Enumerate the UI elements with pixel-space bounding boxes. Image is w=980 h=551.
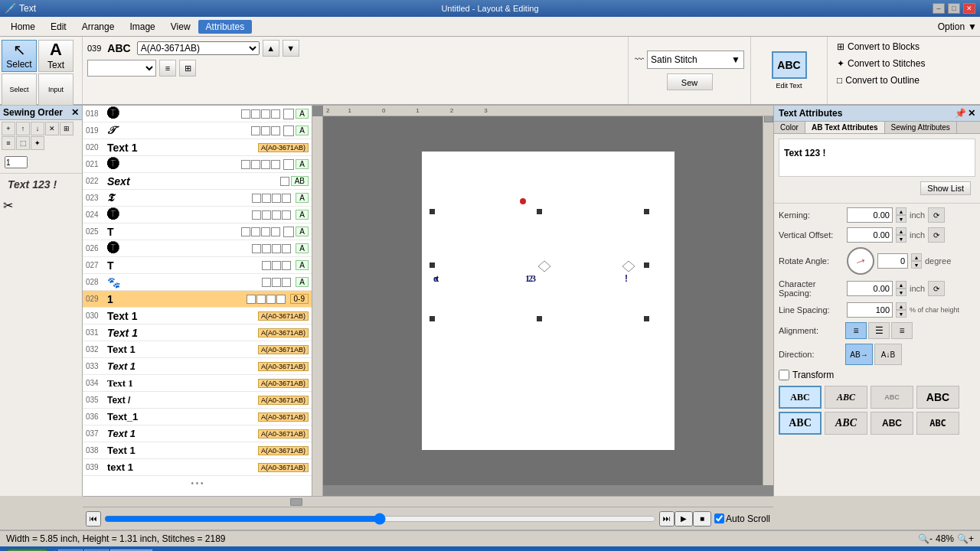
kerning-down[interactable]: ▼: [896, 215, 906, 223]
menu-edit[interactable]: Edit: [43, 20, 74, 34]
font-row-038[interactable]: 038 Text 1 A(A0-3671AB): [83, 442, 312, 459]
panel-close-icon[interactable]: ✕: [71, 107, 79, 118]
text-style-select[interactable]: [87, 60, 156, 77]
font-list-panel[interactable]: 018 🅣 A 019 𝒯 A 020 Text 1 A(A0-3671AB) …: [83, 106, 312, 496]
font-row-033[interactable]: 033 Text 1 A(A0-3671AB): [83, 358, 312, 375]
tab-sewing-attributes[interactable]: Sewing Attributes: [885, 122, 957, 133]
font-row-030[interactable]: 030 Text 1 A(A0-3671AB): [83, 308, 312, 324]
playback-play[interactable]: ▶: [675, 511, 693, 527]
panel-pin-icon[interactable]: 📌: [955, 108, 966, 119]
auto-scroll-checkbox[interactable]: [714, 514, 724, 523]
convert-to-blocks-btn[interactable]: ⊞ Convert to Blocks: [834, 40, 974, 54]
panel-tool-1[interactable]: +: [2, 122, 15, 135]
menu-attributes[interactable]: Attributes: [198, 20, 253, 34]
font-row-023[interactable]: 023 𝕿 A: [83, 190, 312, 207]
panel-close-btn[interactable]: ✕: [968, 108, 975, 119]
select-input-tool[interactable]: Select: [2, 73, 37, 106]
rotate-input[interactable]: [877, 253, 908, 269]
convert-to-outline-btn[interactable]: □ Convert to Outline: [834, 73, 974, 87]
font-row-029[interactable]: 029 1 0-9: [83, 291, 312, 308]
font-scroll-up[interactable]: ▲: [263, 40, 279, 57]
zoom-in-icon[interactable]: 🔍+: [957, 533, 974, 544]
char-spacing-spin[interactable]: ▲ ▼: [896, 281, 906, 296]
abc-style-5[interactable]: ABC: [779, 412, 822, 435]
direction-horizontal-btn[interactable]: AB→: [845, 344, 873, 365]
font-row-036[interactable]: 036 Text_1 A(A0-3671AB): [83, 409, 312, 425]
font-row-039[interactable]: 039 text 1 A(A0-3671AB): [83, 459, 312, 476]
panel-tool-4[interactable]: ✕: [45, 122, 59, 135]
vertical-offset-input[interactable]: [847, 227, 893, 243]
abc-style-7[interactable]: ABC: [871, 412, 913, 435]
abc-button[interactable]: ABC: [772, 51, 807, 79]
menu-arrange[interactable]: Arrange: [74, 20, 122, 34]
row-019-checkbox[interactable]: [283, 126, 294, 136]
menu-image[interactable]: Image: [122, 20, 162, 34]
row-025-checkbox[interactable]: [283, 227, 294, 237]
font-row-021[interactable]: 021 🅣 A: [83, 156, 312, 173]
panel-tool-3[interactable]: ↓: [31, 122, 44, 135]
font-row-019[interactable]: 019 𝒯 A: [83, 122, 312, 139]
abc-style-3[interactable]: ABC: [871, 386, 913, 409]
text-tool[interactable]: A Text: [38, 40, 74, 72]
sew-button[interactable]: Sew: [667, 73, 713, 90]
panel-tool-2[interactable]: ↑: [16, 122, 30, 135]
menu-view[interactable]: View: [163, 20, 198, 34]
canvas-area[interactable]: 2 1 0 1 2 3: [312, 106, 773, 496]
align-right-btn[interactable]: ≡: [891, 322, 913, 339]
tab-text-attributes[interactable]: AB Text Attributes: [805, 122, 885, 133]
kerning-input[interactable]: [847, 207, 893, 223]
line-spacing-input[interactable]: [847, 302, 893, 318]
font-scroll-down[interactable]: ▼: [283, 40, 299, 57]
char-spacing-input[interactable]: [847, 281, 893, 296]
stitch-type-select[interactable]: Satin Stitch ▼: [647, 51, 744, 69]
abc-style-8[interactable]: ABC: [916, 412, 959, 435]
abc-style-4[interactable]: ABC: [916, 386, 959, 409]
horizontal-scrollbar[interactable]: [83, 496, 773, 507]
font-row-031[interactable]: 031 Text 1 A(A0-3671AB): [83, 324, 312, 341]
kerning-reset[interactable]: ⟳: [928, 207, 945, 223]
abc-style-6[interactable]: ABC: [825, 412, 867, 435]
style-btn2[interactable]: ⊞: [179, 60, 196, 77]
font-row-024[interactable]: 024 🅣 A: [83, 207, 312, 223]
font-row-018[interactable]: 018 🅣 A: [83, 106, 312, 122]
align-center-btn[interactable]: ☰: [868, 322, 890, 339]
page-number-input[interactable]: [5, 156, 28, 168]
font-row-022[interactable]: 022 Sext AB: [83, 173, 312, 190]
convert-to-stitches-btn[interactable]: ✦ Convert to Stitches: [834, 57, 974, 70]
vertical-offset-reset[interactable]: ⟳: [928, 227, 945, 243]
menu-home[interactable]: Home: [3, 20, 43, 34]
vertical-offset-spin[interactable]: ▲ ▼: [896, 227, 906, 243]
font-row-026[interactable]: 026 🅣 A: [83, 240, 312, 257]
rotate-spin[interactable]: ▲ ▼: [911, 253, 922, 269]
h-scroll-thumb[interactable]: [290, 498, 302, 506]
playback-slider[interactable]: [104, 513, 656, 525]
panel-tool-7[interactable]: ⬚: [16, 136, 30, 150]
panel-tool-5[interactable]: ⊞: [60, 122, 74, 135]
playback-first[interactable]: ⏮: [86, 511, 101, 527]
kerning-up[interactable]: ▲: [896, 207, 906, 215]
font-row-032[interactable]: 032 Text 1 A(A0-3671AB): [83, 341, 312, 358]
playback-stop[interactable]: ■: [693, 511, 711, 527]
font-row-034[interactable]: 034 Text 1 A(A0-3671AB): [83, 375, 312, 392]
zoom-out-icon[interactable]: 🔍-: [918, 533, 933, 544]
select-tool[interactable]: ↖ Select: [2, 40, 37, 72]
kerning-spin[interactable]: ▲ ▼: [896, 207, 906, 223]
font-row-037[interactable]: 037 Text 1 A(A0-3671AB): [83, 425, 312, 442]
v-scrollbar[interactable]: [763, 106, 773, 485]
row-018-checkbox[interactable]: [283, 109, 294, 119]
maximize-button[interactable]: □: [948, 3, 960, 14]
font-row-028[interactable]: 028 🐾 A: [83, 274, 312, 291]
row-021-checkbox[interactable]: [283, 159, 294, 170]
show-list-button[interactable]: Show List: [920, 181, 971, 195]
input-tool[interactable]: Input: [38, 73, 74, 106]
abc-style-1[interactable]: ABC: [779, 386, 822, 409]
font-name-select[interactable]: A(A0-3671AB): [137, 41, 260, 55]
rotate-circle[interactable]: →: [847, 247, 874, 275]
close-button[interactable]: ✕: [963, 3, 975, 14]
panel-tool-6[interactable]: ≡: [2, 136, 15, 150]
font-row-020[interactable]: 020 Text 1 A(A0-3671AB): [83, 139, 312, 156]
panel-tool-8[interactable]: ✦: [31, 136, 44, 150]
font-row-027[interactable]: 027 T A: [83, 257, 312, 274]
minimize-button[interactable]: –: [933, 3, 945, 14]
font-row-025[interactable]: 025 T A: [83, 223, 312, 240]
